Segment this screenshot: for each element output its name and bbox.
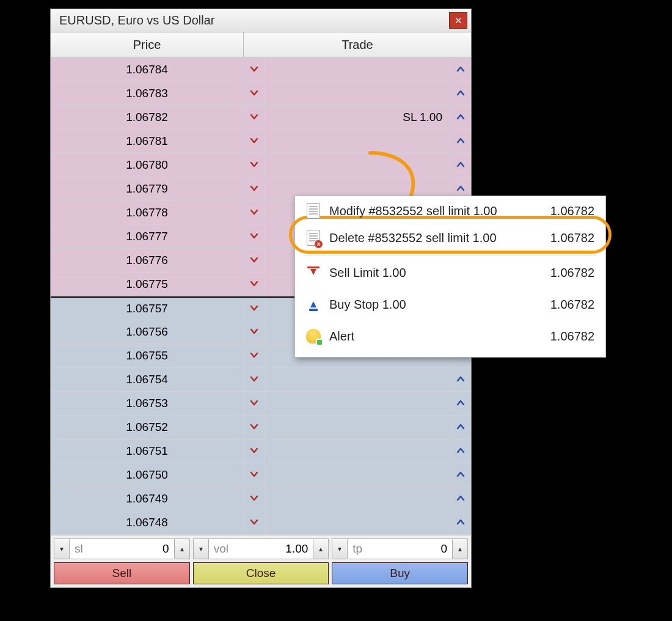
ctx-value: 1.06782 bbox=[533, 266, 594, 280]
sell-at-price[interactable] bbox=[244, 201, 265, 224]
sell-at-price[interactable] bbox=[244, 249, 265, 272]
trade-cell bbox=[265, 463, 450, 487]
sell-at-price[interactable] bbox=[244, 58, 265, 81]
price-row[interactable]: 1.06783 bbox=[51, 82, 471, 106]
sell-at-price[interactable] bbox=[244, 463, 265, 487]
vol-placeholder: vol bbox=[214, 542, 228, 556]
sell-at-price[interactable] bbox=[244, 511, 265, 534]
price-cell: 1.06751 bbox=[51, 439, 244, 463]
ctx-item-delete[interactable]: × Delete #8532552 sell limit 1.00 1.0678… bbox=[295, 222, 605, 254]
buy-at-price[interactable] bbox=[450, 416, 471, 439]
price-row[interactable]: 1.06782SL 1.00 bbox=[51, 106, 471, 130]
buy-button[interactable]: Buy bbox=[332, 562, 468, 584]
vol-field[interactable]: vol 1.00 bbox=[209, 538, 313, 559]
chevron-down-icon bbox=[250, 444, 258, 458]
footer-buttons: Sell Close Buy bbox=[51, 562, 471, 587]
sell-at-price[interactable] bbox=[244, 273, 265, 296]
buy-at-price[interactable] bbox=[450, 82, 471, 105]
chevron-down-icon bbox=[250, 349, 258, 362]
chevron-down-icon bbox=[250, 516, 258, 529]
chevron-up-icon[interactable]: ▴ bbox=[174, 538, 190, 559]
price-row[interactable]: 1.06780 bbox=[51, 153, 471, 177]
chevron-up-icon bbox=[456, 492, 465, 505]
buy-at-price[interactable] bbox=[450, 368, 471, 391]
price-row[interactable]: 1.06752 bbox=[51, 416, 471, 439]
price-cell: 1.06780 bbox=[51, 153, 244, 177]
chevron-down-icon bbox=[250, 302, 258, 315]
price-row[interactable]: 1.06749 bbox=[51, 487, 471, 511]
chevron-up-icon bbox=[456, 421, 465, 434]
chevron-up-icon[interactable]: ▴ bbox=[452, 538, 468, 559]
trade-cell bbox=[265, 487, 450, 510]
buy-at-price[interactable] bbox=[450, 511, 471, 534]
price-row[interactable]: 1.06750 bbox=[51, 463, 471, 487]
chevron-up-icon bbox=[456, 134, 465, 148]
sell-at-price[interactable] bbox=[244, 439, 265, 463]
tp-stepper[interactable]: ▾ tp 0 ▴ bbox=[332, 538, 468, 559]
buy-at-price[interactable] bbox=[450, 392, 471, 415]
chevron-up-icon bbox=[456, 468, 465, 482]
sell-at-price[interactable] bbox=[244, 320, 265, 344]
buy-at-price[interactable] bbox=[450, 58, 471, 81]
price-cell: 1.06756 bbox=[51, 320, 244, 344]
sell-at-price[interactable] bbox=[244, 153, 265, 177]
ctx-item-buy-stop[interactable]: Buy Stop 1.00 1.06782 bbox=[295, 288, 605, 320]
price-row[interactable]: 1.06751 bbox=[51, 439, 471, 463]
trade-cell: SL 1.00 bbox=[265, 106, 450, 129]
sell-at-price[interactable] bbox=[244, 368, 265, 391]
sell-at-price[interactable] bbox=[244, 344, 265, 367]
chevron-down-icon bbox=[250, 63, 258, 76]
window-title: EURUSD, Euro vs US Dollar bbox=[59, 13, 449, 28]
chevron-down-icon[interactable]: ▾ bbox=[193, 538, 209, 559]
sell-button[interactable]: Sell bbox=[54, 562, 190, 584]
sl-stepper[interactable]: ▾ sl 0 ▴ bbox=[54, 538, 190, 559]
price-row[interactable]: 1.06781 bbox=[51, 130, 471, 153]
price-row[interactable]: 1.06754 bbox=[51, 368, 471, 392]
sell-at-price[interactable] bbox=[244, 82, 265, 105]
ctx-value: 1.06782 bbox=[533, 231, 594, 245]
sell-at-price[interactable] bbox=[244, 106, 265, 129]
buy-at-price[interactable] bbox=[450, 487, 471, 510]
trade-cell bbox=[265, 368, 450, 391]
sl-field[interactable]: sl 0 bbox=[70, 538, 174, 559]
tp-field[interactable]: tp 0 bbox=[348, 538, 452, 559]
header-price: Price bbox=[51, 32, 244, 57]
ctx-item-alert[interactable]: Alert 1.06782 bbox=[295, 320, 605, 352]
price-cell: 1.06781 bbox=[51, 130, 244, 153]
price-row[interactable]: 1.06753 bbox=[51, 392, 471, 416]
close-button[interactable]: ✕ bbox=[449, 12, 467, 29]
ctx-label: Modify #8532552 sell limit 1.00 bbox=[326, 204, 533, 218]
trade-cell bbox=[265, 153, 450, 177]
close-icon: ✕ bbox=[455, 15, 462, 26]
sell-at-price[interactable] bbox=[244, 225, 265, 248]
chevron-down-icon[interactable]: ▾ bbox=[54, 538, 70, 559]
buy-at-price[interactable] bbox=[450, 106, 471, 129]
vol-stepper[interactable]: ▾ vol 1.00 ▴ bbox=[193, 538, 329, 559]
price-cell: 1.06783 bbox=[51, 82, 244, 105]
sell-at-price[interactable] bbox=[244, 392, 265, 415]
sell-at-price[interactable] bbox=[244, 298, 265, 320]
chevron-down-icon bbox=[250, 421, 258, 434]
sell-at-price[interactable] bbox=[244, 416, 265, 439]
price-cell: 1.06750 bbox=[51, 463, 244, 487]
price-cell: 1.06778 bbox=[51, 201, 244, 224]
sell-at-price[interactable] bbox=[244, 130, 265, 153]
buy-at-price[interactable] bbox=[450, 153, 471, 177]
buy-at-price[interactable] bbox=[450, 130, 471, 153]
ctx-value: 1.06782 bbox=[533, 298, 594, 312]
chevron-down-icon bbox=[250, 134, 258, 148]
tp-placeholder: tp bbox=[352, 542, 362, 556]
close-position-button[interactable]: Close bbox=[193, 562, 329, 584]
buy-at-price[interactable] bbox=[450, 463, 471, 487]
sell-at-price[interactable] bbox=[244, 177, 265, 200]
price-row[interactable]: 1.06748 bbox=[51, 511, 471, 535]
chevron-up-icon[interactable]: ▴ bbox=[313, 538, 329, 559]
price-cell: 1.06748 bbox=[51, 511, 244, 534]
buy-at-price[interactable] bbox=[450, 439, 471, 463]
chevron-down-icon[interactable]: ▾ bbox=[332, 538, 348, 559]
price-cell: 1.06757 bbox=[51, 298, 244, 320]
price-row[interactable]: 1.06784 bbox=[51, 58, 471, 82]
sell-at-price[interactable] bbox=[244, 487, 265, 510]
ctx-item-modify[interactable]: Modify #8532552 sell limit 1.00 1.06782 bbox=[295, 200, 605, 222]
ctx-item-sell-limit[interactable]: Sell Limit 1.00 1.06782 bbox=[295, 257, 605, 288]
